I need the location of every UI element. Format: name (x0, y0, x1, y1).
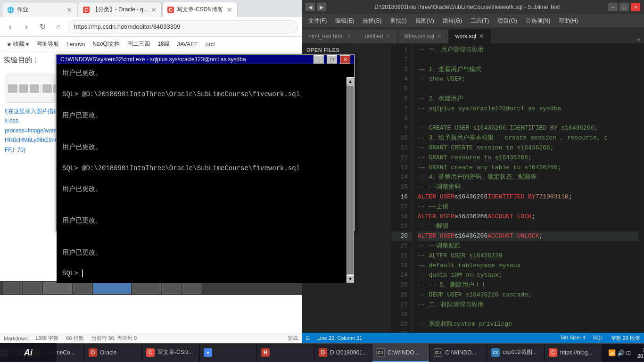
tab-fifthwork[interactable]: fifthwork.sql ✕ (397, 29, 448, 43)
cmd-line-blank1 (62, 78, 348, 89)
forward-button[interactable]: › (20, 20, 33, 33)
code-10: -- 3、给予新用户基本权限 create session , resource… (418, 133, 638, 143)
bookmark-guoer[interactable]: 国二三四 (124, 39, 153, 49)
browser-tab-1[interactable]: 🌐 作业 ✕ (2, 2, 77, 17)
tab-overflow-button[interactable]: ▾ (633, 36, 644, 43)
taskbar-app-oracle[interactable]: O Oracle (85, 344, 141, 362)
thumbnail-bar (0, 281, 302, 295)
bookmark-naoqi[interactable]: NaoQi文档 (90, 39, 123, 49)
toolbar-btn-3[interactable] (30, 84, 39, 93)
tab-untitled-label: untitled (365, 33, 383, 40)
menu-find[interactable]: 查找(I) (386, 16, 410, 26)
ln-28: 28 (391, 310, 412, 320)
sublime-code-editor[interactable]: 1 2 3 4 5 6 7 8 9 10 11 12 13 14 15 16 1… (391, 43, 644, 333)
cmd-scrollbar[interactable]: ▲ ▼ (347, 77, 354, 283)
code-6: -- 2、创建用户 (418, 94, 638, 104)
cmd-line-blank9 (62, 226, 348, 237)
code-content[interactable]: -- 一、用户管理与应用 -- 1、查看用户与模式 -- show USER; … (412, 43, 644, 333)
status-charcount-right: 字数 29 段落 (611, 335, 640, 342)
menu-file[interactable]: 文件(F) (305, 16, 330, 26)
bookmark-favorites[interactable]: ★ 收藏 ▾ (4, 39, 32, 49)
code-23: -- default tablespace sysaux (418, 261, 638, 271)
code-11: -- GRANT CREATE session to s16436266; (418, 143, 638, 153)
bookmark-javaee-label: JAVAEE (177, 41, 198, 48)
bookmarks-bar: ★ 收藏 ▾ 网址导航 Lenovo NaoQi文档 国二三四 18级 JAVA… (0, 37, 302, 52)
refresh-button[interactable]: ↻ (36, 20, 49, 33)
browser-tab-2[interactable]: C 【分类】- Oracle - q... ✕ (78, 2, 162, 17)
code-25: -- -- 5、删除用户！！ (418, 280, 638, 290)
toolbar-btn-2[interactable] (19, 84, 28, 93)
tab-html-close[interactable]: ✕ (347, 33, 351, 40)
tab-html-test[interactable]: html_test.html ✕ (302, 29, 358, 43)
cmd-scroll-thumb[interactable] (347, 86, 354, 274)
sublime-minimize-button[interactable]: − (608, 3, 618, 11)
sublime-menubar: 文件(F) 编辑(E) 选择(S) 查找(I) 视图(V) 跳转(G) 工具(T… (302, 14, 644, 27)
taskbar-app-chrome[interactable]: ● (200, 344, 256, 362)
menu-edit[interactable]: 编辑(E) (331, 16, 358, 26)
tab-worksql-label: work.sql (455, 33, 476, 40)
taskbar-app-csdn[interactable]: C 写文章-CSD... (142, 344, 199, 362)
toolbar-btn-4[interactable] (42, 84, 52, 93)
system-clock[interactable]: 16:57 2018/9/15 (634, 347, 644, 359)
url-input[interactable] (68, 20, 298, 33)
windows-taskbar: S SublimeCo... O Oracle C 写文章-CSD... ● H… (0, 343, 644, 362)
home-button[interactable]: ⌂ (52, 20, 65, 33)
taskbar-app-cwindows1[interactable]: C:\ C:\WINDO... (372, 344, 429, 362)
sublime-left-btn[interactable]: ◀ (305, 3, 315, 11)
cmd-minimize-button[interactable]: _ (314, 55, 324, 64)
tab-worksql-close[interactable]: ✕ (479, 33, 484, 40)
tab2-close[interactable]: ✕ (151, 6, 157, 14)
taskbar-csdn-label: 写文章-CSD... (157, 348, 193, 356)
ln-10: 10 (391, 133, 412, 143)
tab2-title: 【分类】- Oracle - q... (92, 6, 148, 14)
bookmark-javaee[interactable]: JAVAEE (174, 40, 201, 49)
bookmark-nav[interactable]: 网址导航 (33, 39, 62, 49)
bookmark-orcl-label: orcl (206, 41, 215, 48)
taskbar-oracle-label: Oracle (100, 349, 116, 356)
sublime-close-button[interactable]: ✕ (631, 3, 640, 11)
taskbar-app-d2018[interactable]: D D:\20180901... (315, 344, 372, 362)
cmd-line-blank10 (62, 237, 348, 247)
csdn-app-icon: C (146, 348, 155, 357)
menu-goto[interactable]: 跳转(G) (439, 16, 466, 26)
menu-help[interactable]: 帮助(H) (555, 16, 582, 26)
ln-16: 16 (391, 192, 412, 202)
tab3-close[interactable]: ✕ (227, 6, 232, 14)
tab-work-sql[interactable]: work.sql ✕ (449, 29, 491, 43)
cmd-close-button[interactable]: ✕ (340, 55, 350, 64)
back-button[interactable]: ‹ (4, 20, 17, 33)
code-16: ALTER USER s16436266 IDENTIFIED BY 77100… (418, 192, 638, 202)
cmd-body[interactable]: 用户已更改。 SQL> @D:\20180901IntoThree\Oracle… (57, 64, 354, 283)
menu-view[interactable]: 视图(V) (412, 16, 438, 26)
ln-17: 17 (391, 202, 412, 212)
cmd-scroll-up-button[interactable]: ▲ (347, 77, 354, 85)
tab-untitled[interactable]: untitled ✕ (358, 29, 398, 43)
status-right-section: Tab Size: 4 SQL 字数 29 段落 (560, 335, 640, 342)
tab-fifthwork-close[interactable]: ✕ (437, 33, 442, 40)
cmd-maximize-button[interactable]: □ (327, 55, 337, 64)
taskbar-app-blog[interactable]: C https://blog... (545, 344, 602, 362)
bookmark-lenovo[interactable]: Lenovo (64, 40, 88, 49)
cmd-line-7: 用户已更改。 (62, 215, 348, 226)
sublime-maximize-button[interactable]: □ (619, 3, 629, 11)
tab1-close[interactable]: ✕ (66, 6, 72, 14)
ln-23: 23 (391, 261, 412, 271)
bookmark-18ji[interactable]: 18级 (155, 39, 172, 49)
status-charcount: 1388 字数 (35, 335, 59, 342)
taskbar-app-h[interactable]: H (257, 344, 314, 362)
menu-preferences[interactable]: 首选项(N) (522, 16, 554, 26)
menu-project[interactable]: 项目(O) (494, 16, 520, 26)
code-30 (418, 329, 638, 333)
bookmark-orcl[interactable]: orcl (203, 40, 217, 49)
tab-untitled-close[interactable]: ✕ (386, 33, 390, 40)
sublime-right-btn[interactable]: ▶ (317, 3, 326, 11)
taskbar-app-cwindows2[interactable]: C:\ C:\WINDO... (430, 344, 487, 362)
taskbar-app-cxp[interactable]: cx cxp002截图... (487, 344, 544, 362)
cmd-window[interactable]: C:\WINDOWS\system32\cmd.exe - sqlplus sy… (56, 54, 355, 231)
cmd-line-4: 用户已更改。 (62, 142, 348, 152)
menu-tools[interactable]: 工具(T) (467, 16, 493, 26)
browser-tab-3[interactable]: C 写文章-CSDN博客 ✕ (162, 2, 238, 17)
toolbar-btn-1[interactable] (8, 84, 17, 93)
cmd-scroll-down-button[interactable]: ▼ (347, 275, 354, 283)
menu-select[interactable]: 选择(S) (359, 16, 385, 26)
